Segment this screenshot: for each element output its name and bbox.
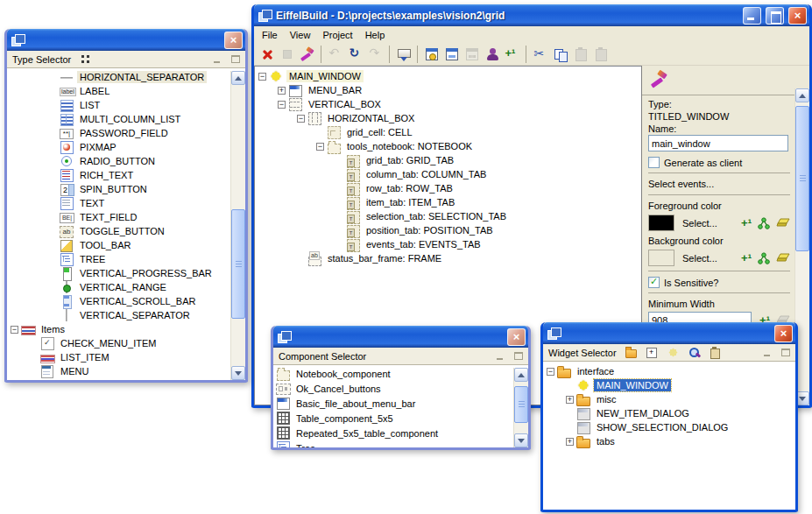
menu-view[interactable]: View	[284, 28, 317, 42]
tree-row[interactable]: VERTICAL_RANGE	[7, 280, 230, 294]
refresh-button[interactable]	[345, 45, 365, 64]
tree-row[interactable]: status_bar_frame: FRAME	[255, 251, 641, 265]
list-item[interactable]: Basic_file_about_menu_bar	[273, 396, 513, 411]
erase-icon[interactable]	[776, 218, 790, 228]
find-icon[interactable]	[688, 347, 701, 358]
cut-button[interactable]	[530, 45, 550, 64]
select-events-button[interactable]: Select events...	[648, 178, 790, 190]
scrollbar-thumb[interactable]	[514, 386, 528, 423]
delete-button[interactable]	[257, 45, 277, 64]
plus-one-button[interactable]	[502, 45, 522, 64]
type-scrollbar[interactable]	[230, 71, 245, 380]
scroll-up-button[interactable]	[795, 88, 809, 102]
title-bar[interactable]: ×	[543, 322, 795, 344]
scroll-up-button[interactable]	[514, 368, 528, 382]
tree-row[interactable]: item_tab: ITEM_TAB	[255, 195, 641, 209]
tree-row[interactable]: −interface	[543, 364, 795, 378]
tree-row[interactable]: grid_cell: CELL	[255, 125, 641, 139]
paste-icon[interactable]	[710, 347, 722, 358]
minimize-button[interactable]	[743, 7, 761, 25]
tree-row[interactable]: +misc	[543, 392, 795, 406]
tree-row[interactable]: TEXT	[7, 196, 230, 210]
background-select-button[interactable]: Select...	[682, 253, 717, 264]
list-item[interactable]: Repeated_5x5_table_component	[273, 426, 513, 440]
maximize-icon[interactable]	[514, 352, 523, 360]
tree-row[interactable]: +tabs	[543, 434, 795, 448]
tree-row[interactable]: column_tab: COLUMN_TAB	[255, 167, 641, 181]
tree-row[interactable]: PIXMAP	[7, 140, 230, 154]
new-widget-icon[interactable]	[667, 347, 680, 358]
close-button[interactable]: ×	[507, 328, 526, 346]
expander-minus-icon[interactable]: −	[316, 143, 324, 151]
expander-plus-icon[interactable]: +	[566, 438, 574, 446]
tree-row[interactable]: +MENU_BAR	[255, 83, 641, 97]
expander-plus-icon[interactable]: +	[278, 87, 286, 95]
tree-row[interactable]: LABEL	[7, 84, 230, 98]
tree-row[interactable]: TEXT_FIELD	[7, 210, 230, 224]
foreground-select-button[interactable]: Select...	[682, 218, 717, 229]
tree-row[interactable]: LIST	[7, 98, 230, 112]
tree-row[interactable]: RADIO_BUTTON	[7, 154, 230, 168]
tree-row[interactable]: CHECK_MENU_ITEM	[7, 336, 230, 350]
scroll-down-button[interactable]	[231, 366, 245, 380]
window-gear-button[interactable]	[421, 45, 441, 64]
tree-row[interactable]: −MAIN_WINDOW	[255, 69, 641, 83]
tree-row[interactable]: SHOW_SELECTION_DIALOG	[543, 420, 795, 434]
expander-plus-icon[interactable]: +	[566, 396, 574, 404]
build-button[interactable]	[297, 45, 317, 64]
maximize-icon[interactable]	[781, 349, 790, 356]
scroll-down-button[interactable]	[514, 433, 528, 447]
close-button[interactable]: ×	[788, 7, 807, 25]
export-button[interactable]	[393, 45, 413, 64]
tree-row[interactable]: MAIN_WINDOW	[543, 378, 795, 392]
expander-minus-icon[interactable]: −	[297, 115, 305, 123]
tree-row[interactable]: selection_tab: SELECTION_TAB	[255, 209, 641, 223]
minimize-icon[interactable]	[496, 352, 505, 360]
tree-row[interactable]	[7, 378, 230, 380]
expand-all-icon[interactable]	[646, 347, 659, 358]
tree-row[interactable]: grid_tab: GRID_TAB	[255, 153, 641, 167]
title-bar[interactable]: ×	[273, 326, 528, 348]
menu-file[interactable]: File	[256, 28, 284, 42]
menu-help[interactable]: Help	[359, 28, 392, 42]
tree-row[interactable]: TREE	[7, 252, 230, 266]
close-button[interactable]: ×	[774, 325, 793, 342]
tree-row[interactable]: PASSWORD_FIELD	[7, 126, 230, 140]
tree-row[interactable]: HORIZONTAL_SEPARATOR	[7, 70, 230, 84]
background-color-swatch[interactable]	[648, 250, 674, 266]
maximize-icon[interactable]	[231, 55, 240, 63]
title-bar[interactable]: EiffelBuild - D:\projects\examples\visio…	[254, 4, 809, 26]
is-sensitive-checkbox[interactable]	[648, 277, 660, 288]
list-item[interactable]: Ok_Cancel_buttons	[273, 381, 513, 396]
scroll-up-button[interactable]	[231, 71, 245, 85]
minimize-icon[interactable]	[213, 55, 222, 63]
tree-row[interactable]: VERTICAL_SCROLL_BAR	[7, 294, 230, 308]
tree-row[interactable]: −Items	[7, 322, 230, 336]
tree-row[interactable]: TOGGLE_BUTTON	[7, 224, 230, 238]
minimize-icon[interactable]	[763, 349, 772, 356]
component-scrollbar[interactable]	[513, 368, 528, 447]
tree-row[interactable]: LIST_ITEM	[7, 350, 230, 364]
add-constant-icon[interactable]: +¹	[741, 218, 752, 229]
title-bar[interactable]: ×	[7, 29, 245, 51]
expander-minus-icon[interactable]: −	[278, 101, 286, 109]
menu-project[interactable]: Project	[316, 28, 358, 42]
tree-row[interactable]: MENU	[7, 364, 230, 378]
window-new-button[interactable]	[441, 45, 462, 64]
person-button[interactable]	[482, 45, 502, 64]
expander-minus-icon[interactable]: −	[11, 326, 18, 334]
tree-row[interactable]: MULTI_COLUMN_LIST	[7, 112, 230, 126]
maximize-button[interactable]	[766, 7, 784, 25]
erase-icon[interactable]	[776, 253, 790, 263]
tree-row[interactable]: NEW_ITEM_DIALOG	[543, 406, 795, 420]
name-input[interactable]	[648, 135, 788, 151]
tree-row[interactable]: TOOL_BAR	[7, 238, 230, 252]
expander-minus-icon[interactable]: −	[547, 368, 554, 376]
tree-row[interactable]: −VERTICAL_BOX	[255, 97, 641, 111]
tree-row[interactable]: SPIN_BUTTON	[7, 182, 230, 196]
list-item[interactable]: Table_component_5x5	[273, 411, 513, 426]
inherit-icon[interactable]	[758, 252, 770, 264]
tree-row[interactable]: VERTICAL_SEPARATOR	[7, 308, 230, 322]
inherit-icon[interactable]	[758, 217, 770, 229]
tree-row[interactable]: −HORIZONTAL_BOX	[255, 111, 641, 125]
